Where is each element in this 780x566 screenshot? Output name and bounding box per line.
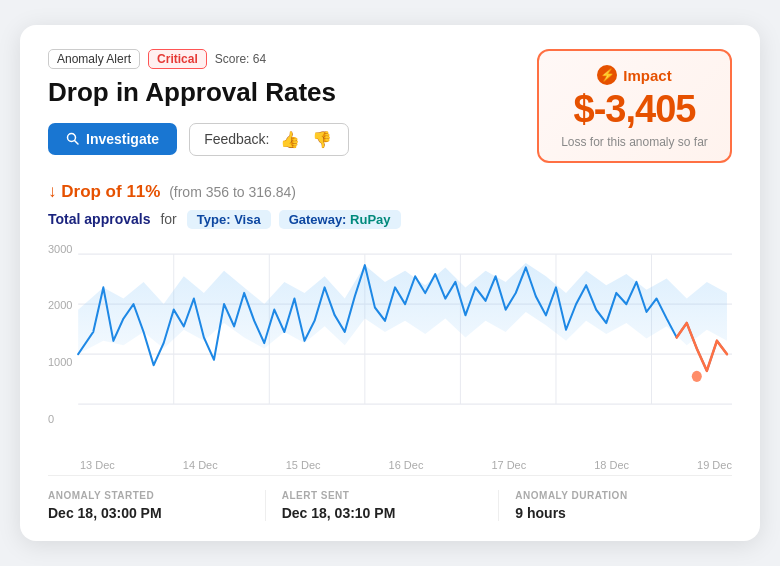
x-axis-labels: 13 Dec 14 Dec 15 Dec 16 Dec 17 Dec 18 De… <box>48 459 732 471</box>
filter-row: Total approvals for Type: Visa Gateway: … <box>48 210 732 229</box>
x-label-19dec: 19 Dec <box>697 459 732 471</box>
score-badge: Score: 64 <box>215 52 266 66</box>
top-left: Anomaly Alert Critical Score: 64 Drop in… <box>48 49 517 171</box>
drop-detail: (from 356 to 316.84) <box>169 184 296 200</box>
svg-point-12 <box>692 370 702 381</box>
search-icon <box>66 132 80 146</box>
drop-percentage: ↓ Drop of 11% <box>48 182 165 201</box>
anomaly-badge: Anomaly Alert <box>48 49 140 69</box>
svg-line-1 <box>75 141 79 145</box>
chart-area: 3000 2000 1000 0 <box>48 243 732 443</box>
stat-duration-value: 9 hours <box>515 505 716 521</box>
stat-sent-label: ALERT SENT <box>282 490 483 501</box>
impact-card: ⚡ Impact $-3,405 Loss for this anomaly s… <box>537 49 732 163</box>
thumbs-down-button[interactable]: 👎 <box>310 130 334 149</box>
x-label-16dec: 16 Dec <box>389 459 424 471</box>
feedback-label: Feedback: <box>204 131 269 147</box>
actions-row: Investigate Feedback: 👍 👎 <box>48 123 517 156</box>
filter-label: Total approvals <box>48 211 150 227</box>
stat-duration-label: ANOMALY DURATION <box>515 490 716 501</box>
filter-for: for <box>160 211 176 227</box>
filter-gateway-tag: Gateway: RuPay <box>279 210 401 229</box>
badges-row: Anomaly Alert Critical Score: 64 <box>48 49 517 69</box>
stat-sent-value: Dec 18, 03:10 PM <box>282 505 483 521</box>
impact-value: $-3,405 <box>561 89 708 131</box>
main-title: Drop in Approval Rates <box>48 77 517 108</box>
critical-badge: Critical <box>148 49 207 69</box>
stat-duration: ANOMALY DURATION 9 hours <box>499 490 732 521</box>
stat-started: ANOMALY STARTED Dec 18, 03:00 PM <box>48 490 266 521</box>
impact-title: Impact <box>623 67 671 84</box>
investigate-button[interactable]: Investigate <box>48 123 177 155</box>
x-label-14dec: 14 Dec <box>183 459 218 471</box>
x-label-15dec: 15 Dec <box>286 459 321 471</box>
stat-started-value: Dec 18, 03:00 PM <box>48 505 249 521</box>
feedback-box: Feedback: 👍 👎 <box>189 123 348 156</box>
x-label-13dec: 13 Dec <box>80 459 115 471</box>
impact-description: Loss for this anomaly so far <box>561 135 708 149</box>
stat-started-label: ANOMALY STARTED <box>48 490 249 501</box>
filter-type-tag: Type: Visa <box>187 210 271 229</box>
chart-svg <box>48 243 732 443</box>
impact-header: ⚡ Impact <box>561 65 708 85</box>
anomaly-card: Anomaly Alert Critical Score: 64 Drop in… <box>20 25 760 540</box>
drop-row: ↓ Drop of 11% (from 356 to 316.84) <box>48 182 732 202</box>
impact-icon: ⚡ <box>597 65 617 85</box>
x-label-17dec: 17 Dec <box>491 459 526 471</box>
footer-stats: ANOMALY STARTED Dec 18, 03:00 PM ALERT S… <box>48 475 732 521</box>
stat-sent: ALERT SENT Dec 18, 03:10 PM <box>266 490 500 521</box>
x-label-18dec: 18 Dec <box>594 459 629 471</box>
thumbs-up-button[interactable]: 👍 <box>278 130 302 149</box>
top-row: Anomaly Alert Critical Score: 64 Drop in… <box>48 49 732 171</box>
